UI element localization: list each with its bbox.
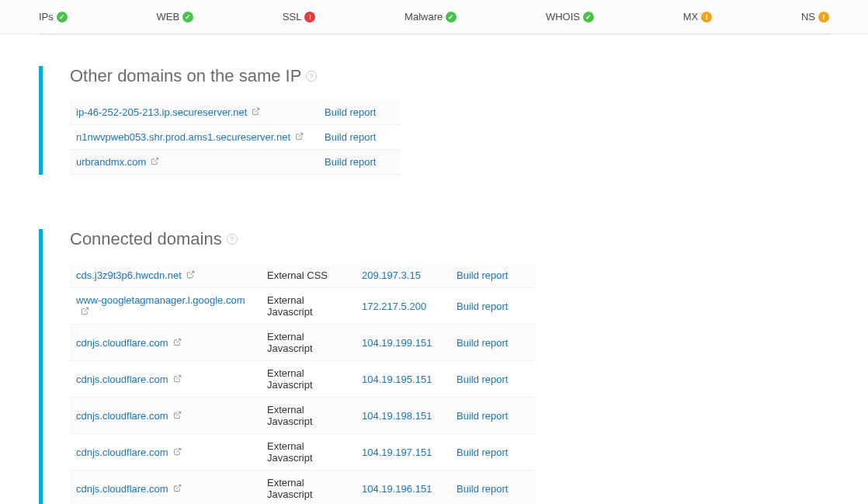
build-report-link[interactable]: Build report bbox=[457, 337, 508, 349]
external-link-icon[interactable] bbox=[252, 107, 260, 117]
svg-line-5 bbox=[176, 339, 180, 342]
category-tabbar: IPs✓WEB✓SSL!Malware✓WHOIS✓MX!NS! bbox=[0, 0, 868, 34]
tab-ips[interactable]: IPs✓ bbox=[39, 11, 68, 23]
tab-label: WHOIS bbox=[546, 11, 580, 23]
warning-icon: ! bbox=[818, 12, 829, 23]
warning-icon: ! bbox=[701, 12, 712, 23]
external-link-icon[interactable] bbox=[81, 307, 89, 317]
tab-ssl[interactable]: SSL! bbox=[283, 11, 316, 23]
build-report-link[interactable]: Build report bbox=[325, 106, 376, 118]
tab-label: Malware bbox=[404, 11, 443, 23]
resource-type: External Javascript bbox=[261, 325, 356, 361]
svg-line-0 bbox=[255, 108, 259, 112]
tab-mx[interactable]: MX! bbox=[683, 11, 713, 23]
section-title-connected: Connected domains ? bbox=[70, 229, 829, 249]
section-same-ip: Other domains on the same IP ? ip-46-252… bbox=[39, 66, 829, 175]
ip-link[interactable]: 104.19.195.151 bbox=[362, 374, 432, 385]
ip-link[interactable]: 209.197.3.15 bbox=[362, 269, 421, 281]
external-link-icon[interactable] bbox=[173, 411, 182, 421]
tab-label: NS bbox=[801, 11, 815, 23]
tab-label: MX bbox=[683, 11, 699, 23]
section-accent-bar bbox=[39, 66, 43, 175]
domain-link[interactable]: www-googletagmanager.l.google.com bbox=[76, 294, 245, 306]
external-link-icon[interactable] bbox=[173, 484, 182, 494]
resource-type: External Javascript bbox=[261, 361, 356, 398]
tab-web[interactable]: WEB✓ bbox=[157, 11, 194, 23]
resource-type: External Javascript bbox=[261, 398, 356, 434]
tab-label: IPs bbox=[39, 11, 54, 23]
table-connected: cds.j3z9t3p6.hwcdn.netExternal CSS209.19… bbox=[70, 263, 536, 504]
ip-link[interactable]: 104.19.199.151 bbox=[362, 337, 432, 349]
external-link-icon[interactable] bbox=[173, 374, 182, 384]
svg-line-9 bbox=[176, 485, 180, 488]
domain-link[interactable]: cds.j3z9t3p6.hwcdn.net bbox=[76, 269, 182, 281]
tab-label: WEB bbox=[157, 11, 180, 23]
build-report-link[interactable]: Build report bbox=[457, 410, 508, 422]
table-row: www-googletagmanager.l.google.comExterna… bbox=[70, 288, 536, 325]
ip-link[interactable]: 172.217.5.200 bbox=[362, 301, 426, 312]
domain-link[interactable]: urbrandmx.com bbox=[76, 156, 146, 168]
domain-link[interactable]: cdnjs.cloudflare.com bbox=[76, 410, 168, 422]
error-icon: ! bbox=[304, 12, 315, 23]
tab-malware[interactable]: Malware✓ bbox=[404, 11, 457, 23]
svg-line-2 bbox=[155, 158, 158, 162]
table-row: cdnjs.cloudflare.comExternal Javascript1… bbox=[70, 361, 536, 398]
external-link-icon[interactable] bbox=[173, 338, 182, 348]
external-link-icon[interactable] bbox=[186, 270, 195, 280]
build-report-link[interactable]: Build report bbox=[457, 447, 508, 458]
build-report-link[interactable]: Build report bbox=[457, 269, 508, 281]
check-icon: ✓ bbox=[446, 12, 457, 23]
svg-line-1 bbox=[299, 133, 303, 137]
ip-link[interactable]: 104.19.196.151 bbox=[362, 483, 432, 495]
svg-line-8 bbox=[176, 448, 180, 452]
section-connected: Connected domains ? cds.j3z9t3p6.hwcdn.n… bbox=[39, 229, 829, 504]
help-icon[interactable]: ? bbox=[306, 71, 317, 82]
svg-line-6 bbox=[176, 375, 180, 379]
section-title-text: Other domains on the same IP bbox=[70, 66, 301, 86]
table-same-ip: ip-46-252-205-213.ip.secureserver.netBui… bbox=[70, 100, 401, 175]
table-row: urbrandmx.comBuild report bbox=[70, 150, 401, 175]
check-icon: ✓ bbox=[57, 12, 68, 23]
domain-link[interactable]: cdnjs.cloudflare.com bbox=[76, 337, 168, 349]
domain-link[interactable]: n1nwvpweb053.shr.prod.ams1.secureserver.… bbox=[76, 131, 290, 143]
check-icon: ✓ bbox=[182, 12, 193, 23]
domain-link[interactable]: ip-46-252-205-213.ip.secureserver.net bbox=[76, 106, 247, 118]
build-report-link[interactable]: Build report bbox=[457, 301, 508, 312]
domain-link[interactable]: cdnjs.cloudflare.com bbox=[76, 447, 168, 458]
table-row: cdnjs.cloudflare.comExternal Javascript1… bbox=[70, 434, 536, 471]
tab-ns[interactable]: NS! bbox=[801, 11, 829, 23]
table-row: ip-46-252-205-213.ip.secureserver.netBui… bbox=[70, 100, 401, 125]
domain-link[interactable]: cdnjs.cloudflare.com bbox=[76, 374, 168, 385]
section-accent-bar bbox=[39, 229, 43, 504]
domain-link[interactable]: cdnjs.cloudflare.com bbox=[76, 483, 168, 495]
external-link-icon[interactable] bbox=[295, 132, 304, 142]
build-report-link[interactable]: Build report bbox=[457, 374, 508, 385]
svg-line-4 bbox=[85, 308, 89, 311]
check-icon: ✓ bbox=[583, 12, 594, 23]
table-row: cdnjs.cloudflare.comExternal Javascript1… bbox=[70, 325, 536, 361]
resource-type: External CSS bbox=[261, 263, 356, 288]
help-icon[interactable]: ? bbox=[227, 234, 238, 245]
svg-line-7 bbox=[176, 412, 180, 415]
external-link-icon[interactable] bbox=[151, 157, 159, 167]
tab-whois[interactable]: WHOIS✓ bbox=[546, 11, 594, 23]
svg-line-3 bbox=[189, 271, 193, 275]
build-report-link[interactable]: Build report bbox=[325, 156, 376, 168]
tab-label: SSL bbox=[283, 11, 302, 23]
build-report-link[interactable]: Build report bbox=[325, 131, 376, 143]
build-report-link[interactable]: Build report bbox=[457, 483, 508, 495]
table-row: cds.j3z9t3p6.hwcdn.netExternal CSS209.19… bbox=[70, 263, 536, 288]
ip-link[interactable]: 104.19.197.151 bbox=[362, 447, 432, 458]
ip-link[interactable]: 104.19.198.151 bbox=[362, 410, 432, 422]
table-row: cdnjs.cloudflare.comExternal Javascript1… bbox=[70, 471, 536, 505]
tabbar-divider bbox=[39, 34, 829, 35]
table-row: cdnjs.cloudflare.comExternal Javascript1… bbox=[70, 398, 536, 434]
resource-type: External Javascript bbox=[261, 288, 356, 325]
external-link-icon[interactable] bbox=[173, 447, 182, 457]
resource-type: External Javascript bbox=[261, 434, 356, 471]
section-title-text: Connected domains bbox=[70, 229, 222, 249]
table-row: n1nwvpweb053.shr.prod.ams1.secureserver.… bbox=[70, 125, 401, 150]
section-title-same-ip: Other domains on the same IP ? bbox=[70, 66, 829, 86]
resource-type: External Javascript bbox=[261, 471, 356, 505]
